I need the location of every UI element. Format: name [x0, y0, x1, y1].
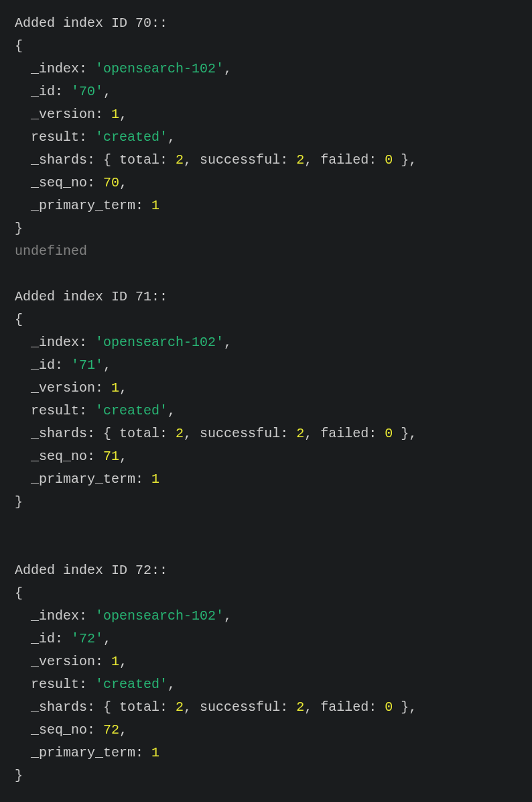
- log-header: Added index ID 71::: [15, 289, 168, 304]
- log-header: Added index ID 72::: [15, 563, 168, 578]
- log-entry: Added index ID 72:: { _index: 'opensearc…: [15, 563, 417, 783]
- log-entry: Added index ID 71:: { _index: 'opensearc…: [15, 289, 417, 510]
- undefined-token: undefined: [15, 243, 87, 259]
- log-entry: Added index ID 70:: { _index: 'opensearc…: [15, 15, 417, 259]
- console-output: Added index ID 70:: { _index: 'opensearc…: [0, 0, 532, 799]
- log-header: Added index ID 70::: [15, 15, 168, 31]
